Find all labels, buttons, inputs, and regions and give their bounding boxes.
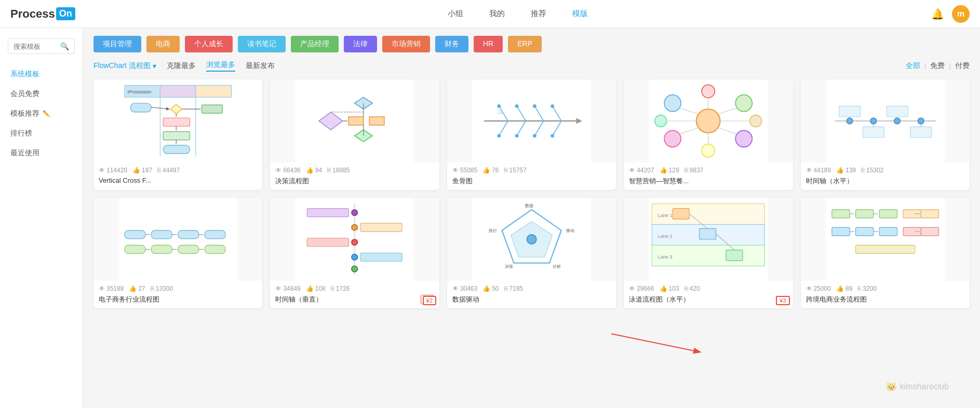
svg-text:决策: 决策	[505, 264, 513, 269]
stat-views-2: 👁 66436	[275, 167, 300, 174]
svg-point-70	[894, 118, 900, 124]
edit-icon[interactable]: ✏️	[43, 110, 50, 117]
template-card-2[interactable]: 👁 66436 👍 94 ⎘ 18885 决策流程图	[270, 79, 439, 190]
stat-views-7: 👁 34849	[275, 285, 300, 292]
cat-tag-hr[interactable]: HR	[474, 36, 503, 52]
cat-tag-ecommerce[interactable]: 电商	[146, 36, 180, 52]
nav-mine[interactable]: 我的	[489, 9, 505, 19]
svg-point-42	[533, 104, 536, 108]
card-title-10: 跨境电商业务流程图	[806, 295, 964, 304]
stat-likes-4: 👍 129	[660, 167, 679, 174]
template-card-4[interactable]: 👁 44207 👍 129 ⎘ 9837 智慧营销—智慧餐...	[624, 79, 793, 190]
svg-point-44	[497, 134, 501, 138]
stat-likes-7: 👍 108	[306, 285, 326, 292]
svg-rect-135	[921, 210, 938, 218]
search-icon[interactable]: 🔍	[60, 42, 69, 50]
svg-rect-131	[831, 227, 849, 236]
card-title-3: 鱼骨图	[452, 176, 611, 186]
svg-point-99	[352, 224, 357, 230]
search-box[interactable]: 🔍	[8, 38, 75, 54]
stat-clones-7: ⎘ 1726	[331, 285, 350, 292]
svg-rect-75	[910, 127, 931, 138]
svg-text:分析: 分析	[552, 264, 560, 269]
nav-group[interactable]: 小组	[448, 9, 463, 19]
cat-tag-finance[interactable]: 财务	[435, 36, 468, 52]
svg-point-97	[352, 210, 357, 215]
cat-tag-personal[interactable]: 个人成长	[185, 36, 233, 52]
cat-tag-project[interactable]: 项目管理	[93, 36, 141, 52]
stat-views-1: 👁 114420	[99, 167, 127, 174]
cat-tag-erp[interactable]: ERP	[508, 36, 542, 52]
template-card-5[interactable]: 👁 44189 👍 139 ⎘ 15302 时间轴（水平）	[801, 79, 970, 190]
sidebar-item-member-free[interactable]: 会员免费	[0, 84, 83, 104]
stat-clones-4: ⎘ 9837	[684, 167, 704, 174]
card-title-4: 智慧营销—智慧餐...	[629, 176, 787, 186]
template-card-7[interactable]: 👁 34849 👍 108 ⎘ 1726 时间轴（垂直） ¥2 ¥2	[270, 198, 439, 308]
svg-rect-129	[855, 210, 873, 218]
card-thumb-10	[801, 198, 970, 281]
filter-all[interactable]: 全部	[906, 61, 920, 71]
svg-point-55	[702, 144, 715, 157]
card-thumb-7	[270, 198, 439, 281]
stat-clones-2: ⎘ 18885	[327, 167, 350, 174]
filter-tab-newest[interactable]: 最新发布	[246, 61, 275, 71]
avatar[interactable]: m	[952, 5, 970, 23]
nav-recommend[interactable]: 推荐	[531, 9, 546, 19]
notification-bell-icon[interactable]: 🔔	[931, 8, 944, 20]
svg-rect-11	[163, 145, 190, 154]
header: ProcessOn 小组 我的 推荐 模版 🔔 m	[0, 0, 980, 28]
filter-tab-clone[interactable]: 克隆最多	[167, 61, 196, 71]
nav-template[interactable]: 模版	[572, 9, 588, 19]
search-input[interactable]	[14, 43, 60, 50]
filter-free[interactable]: 免费	[930, 61, 945, 71]
logo[interactable]: ProcessOn	[10, 7, 104, 21]
stat-likes-1: 👍 187	[132, 167, 152, 174]
template-card-6[interactable]: 👁 35188 👍 27 ⎘ 13300 电子商务行业流程图	[93, 198, 262, 308]
filter-dropdown[interactable]: FlowChart 流程图 ▾	[93, 61, 156, 71]
category-tags: 项目管理 电商 个人成长 读书笔记 产品经理 法律 市场营销 财务 HR ERP	[93, 36, 970, 52]
svg-line-145	[611, 334, 700, 352]
stat-likes-9: 👍 103	[660, 285, 679, 292]
sidebar-item-ranking[interactable]: 排行榜	[0, 124, 83, 143]
stat-likes-6: 👍 27	[129, 285, 145, 292]
card-info-7: 👁 34849 👍 108 ⎘ 1726 时间轴（垂直） ¥2	[270, 281, 439, 308]
filter-tab-view[interactable]: 浏览最多	[206, 60, 235, 72]
svg-point-51	[735, 95, 752, 112]
svg-point-53	[735, 130, 752, 147]
sidebar-menu: 系统模板 会员免费 模板推荐 ✏️ 排行榜 最近使用	[0, 64, 83, 163]
sidebar-item-recent[interactable]: 最近使用	[0, 143, 83, 163]
sidebar-item-template-recommend[interactable]: 模板推荐 ✏️	[0, 104, 83, 124]
template-card-9[interactable]: Lane 1 Lane 2 Lane 3 👁 29666	[624, 198, 793, 308]
cat-tag-reading[interactable]: 读书笔记	[238, 36, 286, 52]
card-thumb-4	[624, 79, 793, 162]
svg-text:IProcesson: IProcesson	[128, 89, 152, 94]
stat-views-9: 👁 29666	[629, 285, 654, 292]
stat-likes-2: 👍 94	[306, 167, 322, 174]
stat-clones-6: ⎘ 13300	[151, 285, 173, 292]
svg-rect-73	[863, 127, 884, 138]
card-stats-4: 👁 44207 👍 129 ⎘ 9837	[629, 167, 787, 174]
cat-tag-law[interactable]: 法律	[344, 36, 377, 52]
template-card-1[interactable]: IProcesson	[93, 79, 262, 190]
svg-point-68	[847, 118, 852, 124]
svg-text:Lane 3: Lane 3	[658, 254, 673, 260]
svg-rect-88	[125, 245, 145, 253]
sidebar-item-system-template[interactable]: 系统模板	[0, 64, 83, 84]
card-info-4: 👁 44207 👍 129 ⎘ 9837 智慧营销—智慧餐...	[624, 162, 793, 190]
template-card-10[interactable]: 👁 25000 👍 89 ⎘ 3200 跨境电商业务流程图	[801, 198, 970, 308]
svg-marker-7	[170, 104, 182, 114]
card-stats-7: 👁 34849 👍 108 ⎘ 1726	[275, 285, 434, 292]
template-card-8[interactable]: 数据 驱动 分析 决策 执行 👁 30463 👍 50 ⎘ 7185 数据驱动	[447, 198, 616, 308]
stat-views-4: 👁 44207	[629, 167, 654, 174]
cat-tag-product[interactable]: 产品经理	[291, 36, 339, 52]
card-title-7: 时间轴（垂直）	[275, 295, 323, 304]
svg-rect-132	[855, 227, 873, 236]
stat-clones-5: ⎘ 15302	[861, 167, 883, 174]
svg-point-69	[870, 118, 876, 124]
cat-tag-marketing[interactable]: 市场营销	[382, 36, 430, 52]
template-card-3[interactable]: 👁 55085 👍 76 ⎘ 15757 鱼骨图	[447, 79, 616, 190]
stat-clones-3: ⎘ 15757	[504, 167, 527, 174]
logo-on-text: On	[56, 7, 75, 20]
stat-likes-3: 👍 76	[482, 167, 499, 174]
filter-paid[interactable]: 付费	[955, 61, 970, 71]
